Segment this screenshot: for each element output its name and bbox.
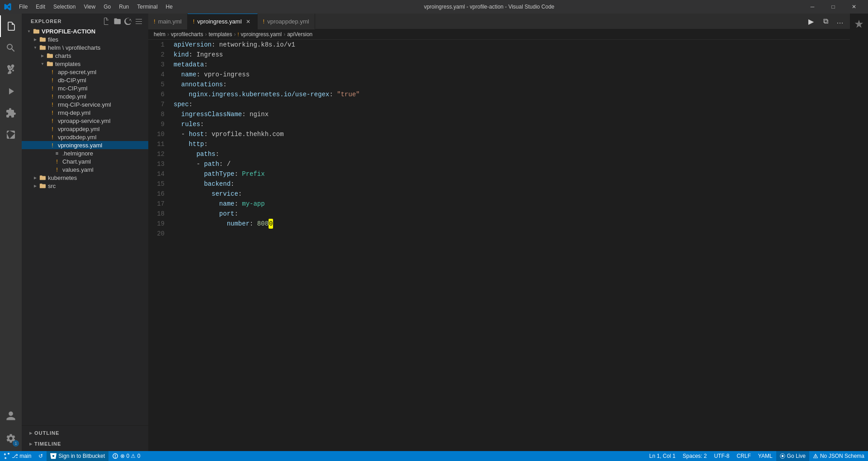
new-folder-button[interactable] — [113, 17, 121, 25]
activity-extensions[interactable] — [0, 102, 22, 124]
tree-root[interactable]: VPROFILE-ACTION — [22, 27, 148, 35]
menu-go[interactable]: Go — [100, 3, 114, 11]
breadcrumb-apiversion[interactable]: apiVersion — [287, 31, 312, 38]
breadcrumb-vprofilecharts[interactable]: vprofilecharts — [171, 31, 203, 38]
activity-source-control[interactable] — [0, 59, 22, 80]
split-editor-button[interactable]: ⧉ — [819, 15, 832, 28]
statusbar-json-schema[interactable]: No JSON Schema — [809, 451, 868, 461]
colon-18: : — [234, 209, 238, 219]
collapse-all-button[interactable] — [135, 17, 143, 25]
breadcrumb-vproingress[interactable]: vproingress.yaml — [241, 31, 282, 38]
src-folder-icon — [39, 182, 46, 189]
menu-selection[interactable]: Selection — [50, 3, 79, 11]
activity-run-debug[interactable] — [0, 80, 22, 102]
statusbar-bitbucket[interactable]: Sign in to Bitbucket — [47, 451, 108, 461]
statusbar-spaces[interactable]: Spaces: 2 — [679, 451, 710, 461]
statusbar-eol[interactable]: CRLF — [733, 451, 754, 461]
tab-vproingress-yaml[interactable]: ! vproingress.yaml ✕ — [188, 14, 258, 29]
outline-section[interactable]: OUTLINE — [22, 428, 148, 438]
statusbar-branch[interactable]: ⎇ main — [0, 451, 35, 461]
tree-charts[interactable]: charts — [22, 52, 148, 60]
key-name: name — [181, 70, 197, 80]
tree-src[interactable]: src — [22, 182, 148, 190]
files-label: files — [48, 36, 58, 43]
tab-vproappdep-yml[interactable]: ! vproappdep.yml — [258, 14, 315, 29]
code-line-12: paths: — [174, 149, 846, 159]
tab-main-yml[interactable]: ! main.yml — [148, 14, 188, 29]
file-tree: VPROFILE-ACTION files helm \ vprofilecha… — [22, 27, 148, 425]
tab-actions: ▶ ⧉ … — [805, 15, 850, 28]
activity-explorer[interactable] — [0, 15, 22, 37]
tree-values[interactable]: ! values.yaml — [22, 165, 148, 174]
colon-5: : — [223, 80, 226, 89]
tree-db-cip[interactable]: ! db-CIP.yml — [22, 76, 148, 84]
ln-18: 18 — [156, 209, 165, 219]
minimize-button[interactable]: ─ — [802, 0, 823, 14]
tree-vproapp-service[interactable]: ! vproapp-service.yml — [22, 117, 148, 125]
activity-remote[interactable] — [0, 124, 22, 146]
tabs-bar: ! main.yml ! vproingress.yaml ✕ ! vproap… — [148, 14, 850, 29]
menu-terminal[interactable]: Terminal — [133, 3, 161, 11]
tree-rmq-dep[interactable]: ! rmq-dep.yml — [22, 108, 148, 117]
ai-icon[interactable] — [852, 17, 866, 31]
menu-run[interactable]: Run — [115, 3, 132, 11]
tree-app-secret[interactable]: ! app-secret.yml — [22, 68, 148, 76]
tree-kubernetes[interactable]: kubernetes — [22, 174, 148, 182]
statusbar-errors[interactable]: ⊗ 0 ⚠ 0 — [108, 451, 144, 461]
key-rules: rules — [181, 119, 200, 129]
tree-helm[interactable]: helm \ vprofilecharts — [22, 43, 148, 52]
statusbar-language[interactable]: YAML — [755, 451, 776, 461]
indent-13 — [174, 159, 196, 169]
refresh-button[interactable] — [124, 17, 132, 25]
menu-he[interactable]: He — [162, 3, 176, 11]
activity-search[interactable] — [0, 37, 22, 59]
menu-file[interactable]: File — [15, 3, 31, 11]
statusbar-left: ⎇ main ↺ — [0, 451, 47, 461]
src-chevron — [32, 182, 39, 189]
settings-badge: 1 — [13, 440, 19, 447]
bitbucket-icon — [50, 453, 57, 459]
templates-folder-icon — [46, 60, 53, 67]
statusbar-position[interactable]: Ln 1, Col 1 — [646, 451, 679, 461]
menu-edit[interactable]: Edit — [32, 3, 49, 11]
tree-mc-cip[interactable]: ! mc-CIP.yml — [22, 84, 148, 92]
code-editor[interactable]: 1 2 3 4 5 6 7 8 9 10 11 12 13 14 15 16 1… — [148, 40, 850, 451]
files-icon — [6, 21, 17, 32]
activity-settings[interactable]: 1 — [0, 428, 22, 449]
close-button[interactable]: ✕ — [844, 0, 864, 14]
menu-view[interactable]: View — [80, 3, 99, 11]
indent-15 — [174, 179, 204, 189]
indent-6 — [174, 89, 189, 99]
code-line-11: http: — [174, 139, 846, 149]
run-button[interactable]: ▶ — [805, 15, 817, 28]
tree-rmq-cip[interactable]: ! rmq-CIP-service.yml — [22, 100, 148, 108]
indent-17 — [174, 199, 219, 209]
tree-helmignore[interactable]: ≡ .helmignore — [22, 149, 148, 157]
tree-files[interactable]: files — [22, 35, 148, 43]
main-yml-warning-icon: ! — [154, 18, 156, 25]
timeline-section[interactable]: TIMELINE — [22, 438, 148, 449]
vproingress-tab-warning-icon: ! — [193, 18, 195, 25]
sidebar-header-icons — [102, 17, 143, 25]
new-file-button[interactable] — [102, 17, 110, 25]
vproappdep-tab-label: vproappdep.yml — [267, 18, 309, 25]
breadcrumb-templates[interactable]: templates — [208, 31, 232, 38]
statusbar-golive[interactable]: Go Live — [776, 451, 809, 461]
tree-templates[interactable]: templates — [22, 60, 148, 68]
tree-mcdep[interactable]: ! mcdep.yml — [22, 92, 148, 100]
timeline-label: TIMELINE — [34, 441, 61, 447]
more-actions-button[interactable]: … — [834, 15, 846, 28]
new-file-icon — [103, 18, 110, 25]
activity-accounts[interactable] — [0, 405, 22, 427]
tree-chart[interactable]: ! Chart.yaml — [22, 157, 148, 165]
maximize-button[interactable]: □ — [823, 0, 844, 14]
activity-bottom: 1 — [0, 405, 22, 449]
tree-vprodbdep[interactable]: ! vprodbdep.yml — [22, 133, 148, 141]
vproingress-tab-close[interactable]: ✕ — [245, 18, 252, 25]
tree-vproingress[interactable]: ! vproingress.yaml — [22, 141, 148, 149]
statusbar-sync[interactable]: ↺ — [35, 451, 47, 461]
statusbar-encoding[interactable]: UTF-8 — [710, 451, 733, 461]
breadcrumb-helm[interactable]: helm — [154, 31, 165, 38]
tree-vproappdep[interactable]: ! vproappdep.yml — [22, 125, 148, 133]
ln-13: 13 — [156, 159, 165, 169]
